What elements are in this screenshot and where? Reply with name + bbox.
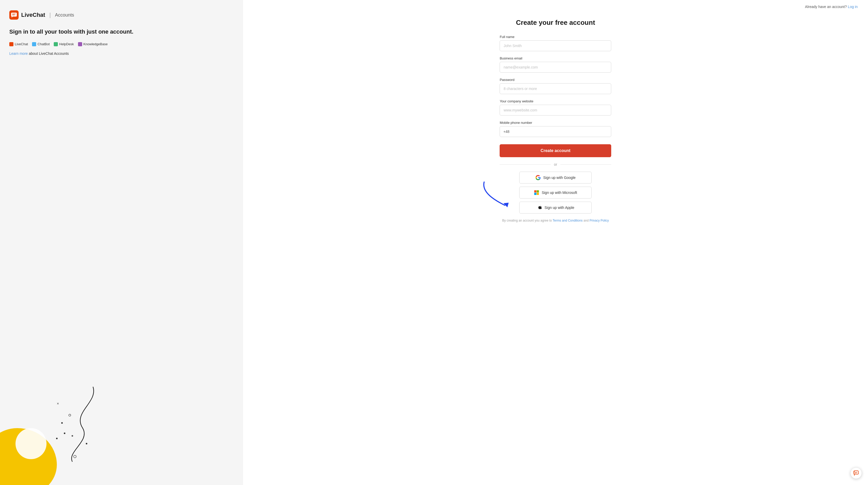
email-label: Business email xyxy=(500,56,611,60)
create-account-button[interactable]: Create account xyxy=(500,144,611,157)
livechat-logo-icon xyxy=(9,10,19,20)
apple-btn-label: Sign up with Apple xyxy=(545,205,574,210)
password-label: Password xyxy=(500,78,611,82)
svg-point-8 xyxy=(56,438,58,439)
apple-signup-button[interactable]: Sign up with Apple xyxy=(519,202,592,213)
svg-rect-18 xyxy=(855,472,858,473)
svg-rect-3 xyxy=(12,15,15,15)
helpdesk-icon xyxy=(54,42,58,46)
chatbot-icon xyxy=(32,42,36,46)
privacy-link[interactable]: Privacy Policy xyxy=(590,219,609,222)
google-icon xyxy=(535,175,541,180)
product-chatbot: ChatBot xyxy=(32,42,50,46)
product-list: LiveChat ChatBot HelpDesk KnowledgeBase xyxy=(9,42,234,46)
svg-rect-16 xyxy=(536,193,539,195)
product-chatbot-label: ChatBot xyxy=(37,42,50,46)
email-input[interactable] xyxy=(500,62,611,73)
chat-widget-icon xyxy=(853,470,859,476)
learn-more-link[interactable]: Learn more xyxy=(9,52,28,56)
google-btn-label: Sign up with Google xyxy=(543,175,576,180)
phone-input-wrap: +48 xyxy=(500,126,611,137)
learn-more-suffix: about LiveChat Accounts xyxy=(28,52,69,56)
svg-rect-1 xyxy=(11,13,17,17)
microsoft-btn-label: Sign up with Microsoft xyxy=(542,191,577,195)
svg-point-7 xyxy=(64,432,65,434)
email-group: Business email xyxy=(500,56,611,73)
yellow-blob xyxy=(0,428,57,485)
svg-point-6 xyxy=(61,422,63,424)
full-name-input[interactable] xyxy=(500,40,611,51)
svg-text:×: × xyxy=(57,401,59,406)
svg-rect-2 xyxy=(12,14,16,14)
logo-area: LiveChat | Accounts xyxy=(9,10,234,20)
svg-rect-14 xyxy=(536,190,539,193)
terms-link[interactable]: Terms and Conditions xyxy=(553,219,583,222)
decorative-curve: × xyxy=(46,381,108,464)
phone-prefix: +48 xyxy=(503,130,509,134)
logo-divider: | xyxy=(49,11,51,18)
product-livechat-label: LiveChat xyxy=(15,42,28,46)
knowledgebase-icon xyxy=(78,42,82,46)
left-panel: LiveChat | Accounts Sign in to all your … xyxy=(0,0,243,485)
svg-point-11 xyxy=(74,455,76,458)
chat-widget[interactable] xyxy=(850,467,862,479)
website-group: Your company website xyxy=(500,99,611,116)
logo-accounts: Accounts xyxy=(55,12,74,18)
product-knowledgebase-label: KnowledgeBase xyxy=(84,42,108,46)
form-container: Create your free account Full name Busin… xyxy=(493,13,617,233)
product-livechat: LiveChat xyxy=(9,42,28,46)
logo-brand: LiveChat xyxy=(21,11,45,18)
legal-prefix: By creating an account you agree to xyxy=(502,219,553,222)
white-circle xyxy=(16,428,46,459)
learn-more-text: Learn more about LiveChat Accounts xyxy=(9,52,234,56)
microsoft-signup-button[interactable]: Sign up with Microsoft xyxy=(519,187,592,199)
form-title: Create your free account xyxy=(500,19,611,27)
microsoft-icon xyxy=(534,190,539,195)
livechat-icon xyxy=(9,42,13,46)
or-text: or xyxy=(554,162,557,167)
svg-marker-12 xyxy=(503,203,509,207)
product-knowledgebase: KnowledgeBase xyxy=(78,42,108,46)
phone-input[interactable] xyxy=(500,126,611,137)
right-panel: Already have an account? Log in Create y… xyxy=(243,0,868,485)
website-label: Your company website xyxy=(500,99,611,103)
svg-rect-15 xyxy=(534,193,536,195)
social-buttons: Sign up with Google Sign up with Microso… xyxy=(500,172,611,213)
google-signup-button[interactable]: Sign up with Google xyxy=(519,172,592,183)
product-helpdesk-label: HelpDesk xyxy=(59,42,74,46)
tagline: Sign in to all your tools with just one … xyxy=(9,28,234,36)
top-bar: Already have an account? Log in xyxy=(243,0,868,13)
legal-text: By creating an account you agree to Term… xyxy=(500,219,611,222)
decorative-area: × xyxy=(0,194,243,485)
svg-point-5 xyxy=(69,414,71,416)
apple-icon xyxy=(537,205,542,210)
password-input[interactable] xyxy=(500,83,611,94)
already-text: Already have an account? xyxy=(805,5,847,9)
svg-rect-13 xyxy=(534,190,536,193)
phone-group: Mobile phone number +48 xyxy=(500,121,611,137)
login-link[interactable]: Log in xyxy=(848,5,858,9)
or-divider: or xyxy=(500,162,611,167)
full-name-label: Full name xyxy=(500,35,611,39)
phone-label: Mobile phone number xyxy=(500,121,611,124)
svg-rect-19 xyxy=(855,473,857,474)
svg-point-9 xyxy=(71,435,73,437)
product-helpdesk: HelpDesk xyxy=(54,42,74,46)
website-input[interactable] xyxy=(500,105,611,116)
svg-point-10 xyxy=(86,443,87,445)
password-group: Password xyxy=(500,78,611,94)
legal-and: and xyxy=(583,219,590,222)
highlight-arrow xyxy=(479,179,520,210)
full-name-group: Full name xyxy=(500,35,611,51)
